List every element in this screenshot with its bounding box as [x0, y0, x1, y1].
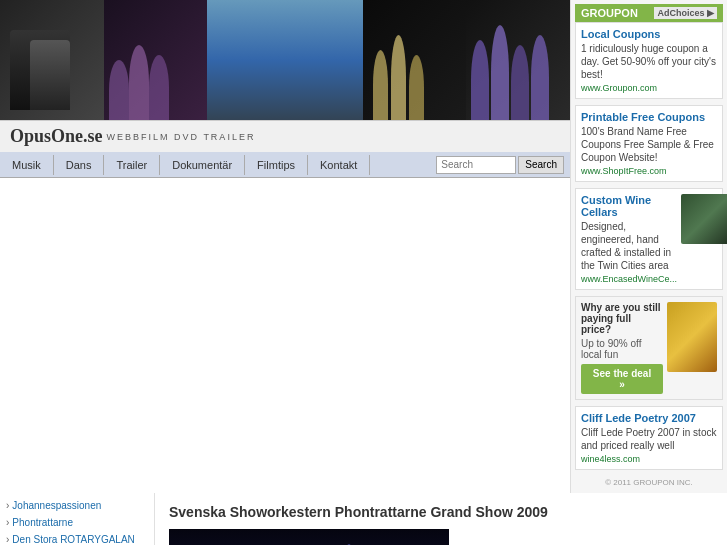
header-images [0, 0, 570, 120]
ad-local-coupons: Local Coupons 1 ridiculously huge coupon… [575, 22, 723, 99]
logo-bar: OpusOne.se WEBBFILM DVD TRAILER [0, 120, 570, 152]
search-input[interactable] [436, 156, 516, 174]
search-button[interactable]: Search [518, 156, 564, 174]
nav-musik[interactable]: Musik [0, 155, 54, 175]
main-layout: Johannespassionen Phontrattarne Den Stor… [0, 493, 727, 545]
right-sidebar-ads: GROUPON AdChoices ▶ Local Coupons 1 ridi… [570, 0, 727, 493]
ad-printable-coupons-desc: 100's Brand Name Free Coupons Free Sampl… [581, 125, 717, 164]
ad-local-coupons-title[interactable]: Local Coupons [581, 28, 717, 40]
search-form: Search [436, 156, 570, 174]
groupon-promo-image [667, 302, 717, 372]
groupon-promo-title: Why are you still paying full price? [581, 302, 663, 335]
groupon-header: GROUPON AdChoices ▶ [575, 4, 723, 22]
sidebar-link-2[interactable]: Den Stora ROTARYGALAN [6, 531, 148, 545]
nav-dokumentar[interactable]: Dokumentär [160, 155, 245, 175]
groupon-promo-sub: Up to 90% off local fun [581, 338, 663, 360]
right-sidebar-spacer [570, 493, 727, 545]
ad-choices[interactable]: AdChoices ▶ [654, 7, 717, 19]
nav-kontakt[interactable]: Kontakt [308, 155, 370, 175]
main-content: Svenska Showorkestern Phontrattarne Gran… [155, 493, 570, 545]
ad-wine-cellars-image [681, 194, 727, 244]
logo-sub: WEBBFILM DVD TRAILER [107, 132, 256, 142]
header-img-2 [104, 0, 208, 120]
ad-printable-coupons-url[interactable]: www.ShopItFree.com [581, 166, 717, 176]
see-deal-button[interactable]: See the deal » [581, 364, 663, 394]
groupon-footer: © 2011 GROUPON INC. [575, 476, 723, 489]
page-title: Svenska Showorkestern Phontrattarne Gran… [169, 503, 556, 521]
header-area: OpusOne.se WEBBFILM DVD TRAILER Musik Da… [0, 0, 570, 493]
ad-wine-cellars-desc: Designed, engineered, hand crafted & ins… [581, 220, 677, 272]
ad-wine-cellars-title[interactable]: Custom Wine Cellars [581, 194, 677, 218]
sidebar-link-1[interactable]: Phontrattarne [6, 514, 148, 531]
header-img-4 [363, 0, 467, 120]
sidebar: Johannespassionen Phontrattarne Den Stor… [0, 493, 155, 545]
ad-printable-coupons: Printable Free Coupons 100's Brand Name … [575, 105, 723, 182]
header-img-5 [466, 0, 570, 120]
content-body [169, 529, 556, 545]
ad-wine-cellars-url[interactable]: www.EncasedWineCe... [581, 274, 677, 284]
navigation: Musik Dans Trailer Dokumentär Filmtips K… [0, 152, 570, 178]
logo-text: OpusOne.se [10, 126, 103, 147]
sidebar-link-0[interactable]: Johannespassionen [6, 497, 148, 514]
ad-cliff-lede-url[interactable]: wine4less.com [581, 454, 717, 464]
ad-cliff-lede: Cliff Lede Poetry 2007 Cliff Lede Poetry… [575, 406, 723, 470]
nav-trailer[interactable]: Trailer [104, 155, 160, 175]
ad-local-coupons-desc: 1 ridiculously huge coupon a day. Get 50… [581, 42, 717, 81]
header-img-1 [0, 0, 104, 120]
ad-cliff-lede-desc: Cliff Lede Poetry 2007 in stock and pric… [581, 426, 717, 452]
nav-filmtips[interactable]: Filmtips [245, 155, 308, 175]
groupon-promo: Why are you still paying full price? Up … [575, 296, 723, 400]
stage-image [169, 529, 449, 545]
sidebar-links: Johannespassionen Phontrattarne Den Stor… [6, 497, 148, 545]
header-img-3 [207, 0, 362, 120]
groupon-label: GROUPON [581, 7, 638, 19]
ad-printable-coupons-title[interactable]: Printable Free Coupons [581, 111, 717, 123]
ad-local-coupons-url[interactable]: www.Groupon.com [581, 83, 717, 93]
ad-cliff-lede-title[interactable]: Cliff Lede Poetry 2007 [581, 412, 717, 424]
nav-dans[interactable]: Dans [54, 155, 105, 175]
ad-wine-cellars: Custom Wine Cellars Designed, engineered… [575, 188, 723, 290]
